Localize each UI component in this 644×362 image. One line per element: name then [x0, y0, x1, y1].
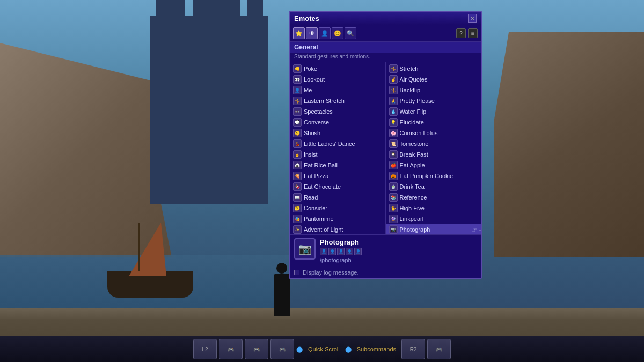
taskbar-btn-l2[interactable]: L2 [193, 339, 217, 359]
emote-item-left-7[interactable]: 💃Little Ladies' Dance [290, 138, 385, 149]
emote-item-right-0[interactable]: 🤸Stretch [386, 63, 481, 74]
taskbar-btn-1[interactable]: 🎮 [219, 339, 243, 359]
detail-small-icon-1: 👤 [320, 248, 327, 255]
detail-small-icon-5: 👤 [354, 248, 362, 255]
emote-item-right-9[interactable]: 🍎Eat Apple [386, 160, 481, 171]
emote-label: Converse [304, 119, 329, 125]
emote-label: Air Quotes [400, 76, 428, 83]
emote-item-left-15[interactable]: ✨Advent of Light [290, 224, 385, 234]
emote-item-right-5[interactable]: 💡Elucidate [386, 117, 481, 128]
emote-item-left-5[interactable]: 💬Converse [290, 117, 385, 128]
taskbar-btn-4[interactable]: 🎮 [427, 339, 451, 359]
emote-label: Tomestone [400, 141, 429, 147]
emote-label: High Five [400, 205, 425, 211]
emote-label: Pantomime [304, 216, 334, 222]
subcommands-label: Subcommands [357, 346, 396, 352]
emote-icon: 📷 [389, 225, 398, 234]
emote-item-right-2[interactable]: 🤸Backflip [386, 85, 481, 95]
emote-item-left-10[interactable]: 🍕Eat Pizza [290, 171, 385, 181]
emote-label: Backflip [400, 87, 421, 93]
emote-icon: 🍕 [293, 172, 302, 180]
tab-search[interactable]: 🔍 [345, 27, 356, 39]
cliff-right [494, 32, 644, 257]
emote-icon: 👤 [293, 86, 302, 94]
tab-all[interactable]: 👁 [306, 27, 318, 39]
emote-label: Spectacles [304, 108, 333, 115]
taskbar-btn-2[interactable]: 🎮 [245, 339, 268, 359]
emote-icon: 🍵 [389, 182, 398, 191]
emote-item-left-13[interactable]: 🤔Consider [290, 203, 385, 213]
detail-command: /photograph [320, 257, 477, 263]
tab-favorites[interactable]: ⭐ [293, 27, 305, 39]
emote-item-right-4[interactable]: 💧Water Flip [386, 106, 481, 117]
detail-small-icon-3: 👤 [337, 248, 345, 255]
emote-icon: 🙏 [389, 97, 398, 105]
emote-icon: 🎭 [293, 215, 302, 223]
emote-item-right-12[interactable]: 📚Reference [386, 192, 481, 203]
emote-icon: 📚 [389, 193, 398, 202]
emote-item-left-11[interactable]: 🍫Eat Chocolate [290, 181, 385, 192]
emote-label: Eastern Stretch [304, 98, 345, 104]
emote-item-left-2[interactable]: 👤Me [290, 85, 385, 95]
emote-item-right-1[interactable]: ✌Air Quotes [386, 74, 481, 85]
emote-label: Water Flip [400, 108, 427, 115]
emote-item-left-8[interactable]: ☝Insist [290, 149, 385, 160]
emote-label: Lookout [304, 76, 325, 83]
emote-item-right-7[interactable]: 📜Tomestone [386, 138, 481, 149]
emote-icon: 🎃 [389, 172, 398, 180]
emote-label: Little Ladies' Dance [304, 141, 355, 147]
emote-icon: 👊 [293, 64, 302, 73]
emote-item-right-15[interactable]: 📷Photograph☞ [386, 224, 481, 234]
emote-icon: 🖐 [389, 204, 398, 212]
cursor-pointer: ☞ [471, 226, 478, 234]
emote-icon: 💃 [293, 139, 302, 148]
emote-label: Me [304, 87, 312, 93]
emote-item-right-3[interactable]: 🙏Pretty Please [386, 95, 481, 106]
emote-item-right-6[interactable]: 🌸Crimson Lotus [386, 128, 481, 138]
emote-label: Shush [304, 130, 320, 136]
emote-item-left-3[interactable]: 🤸Eastern Stretch [290, 95, 385, 106]
detail-title: Photograph [320, 238, 477, 246]
emotes-list: 👊Poke👀Lookout👤Me🤸Eastern Stretch👓Spectac… [290, 62, 481, 234]
emote-label: Crimson Lotus [400, 130, 438, 136]
emote-item-left-4[interactable]: 👓Spectacles [290, 106, 385, 117]
log-message-checkbox[interactable] [294, 270, 299, 275]
detail-info: Photograph 👤 👤 👤 👤 👤 /photograph [320, 238, 477, 263]
emote-item-left-0[interactable]: 👊Poke [290, 63, 385, 74]
emotes-col-right: 🤸Stretch✌Air Quotes🤸Backflip🙏Pretty Plea… [386, 62, 481, 234]
emotes-panel: Emotes ✕ ⭐ 👁 👤 😊 🔍 ? ≡ General Standard … [289, 11, 482, 279]
tab-expressions[interactable]: 😊 [332, 27, 343, 39]
emote-label: Eat Chocolate [304, 183, 341, 190]
emote-label: Advent of Light [304, 226, 343, 233]
emote-item-left-6[interactable]: 🤫Shush [290, 128, 385, 138]
emote-item-left-14[interactable]: 🎭Pantomime [290, 213, 385, 224]
category-description: Standard gestures and motions. [290, 53, 481, 62]
detail-small-icon-2: 👤 [328, 248, 336, 255]
emote-icon: 🔮 [389, 215, 398, 223]
close-button[interactable]: ✕ [468, 14, 477, 23]
emote-label: Insist [304, 151, 318, 158]
emote-label: Pretty Please [400, 98, 435, 104]
emote-item-left-1[interactable]: 👀Lookout [290, 74, 385, 85]
emote-item-right-11[interactable]: 🍵Drink Tea [386, 181, 481, 192]
emote-item-right-13[interactable]: 🖐High Five [386, 203, 481, 213]
emote-item-right-14[interactable]: 🔮Linkpearl [386, 213, 481, 224]
emote-item-right-8[interactable]: 🍳Break Fast [386, 149, 481, 160]
emote-item-left-9[interactable]: 🍙Eat Rice Ball [290, 160, 385, 171]
subcommands-circle: ⬤ [345, 346, 352, 353]
panel-title: Emotes [294, 14, 319, 23]
panel-tabs: ⭐ 👁 👤 😊 🔍 ? ≡ [290, 25, 481, 42]
settings-button[interactable]: ≡ [468, 28, 478, 38]
panel-footer: Display log message. [290, 267, 481, 278]
detail-icon: 📷 [294, 238, 316, 260]
ship [97, 212, 204, 298]
quick-scroll-circle: ⬤ [296, 346, 303, 353]
emote-item-left-12[interactable]: 📖Read [290, 192, 385, 203]
emote-item-right-10[interactable]: 🎃Eat Pumpkin Cookie [386, 171, 481, 181]
character-silhouette [274, 274, 290, 316]
help-button[interactable]: ? [456, 28, 466, 38]
taskbar-btn-3[interactable]: 🎮 [270, 339, 294, 359]
tab-character[interactable]: 👤 [319, 27, 331, 39]
emote-icon: 💬 [293, 118, 302, 127]
taskbar-btn-r2[interactable]: R2 [401, 339, 425, 359]
